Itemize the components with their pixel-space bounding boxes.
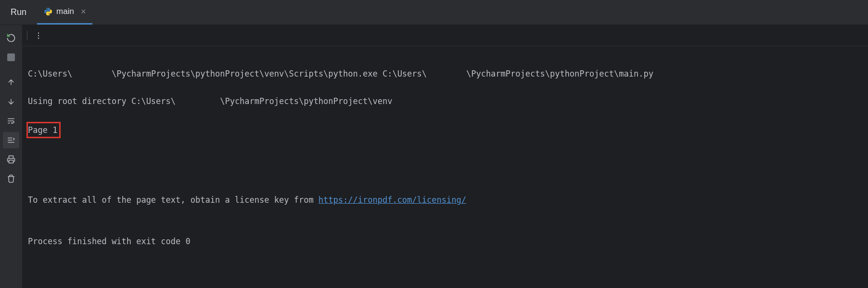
run-side-toolbar bbox=[0, 25, 22, 288]
scroll-to-end-button[interactable] bbox=[3, 132, 19, 148]
console-line: Process finished with exit code 0 bbox=[28, 235, 862, 249]
console-line: Using root directory C:\Users\ \PycharmP… bbox=[28, 94, 862, 108]
license-link[interactable]: https://ironpdf.com/licensing/ bbox=[319, 195, 466, 205]
highlighted-output: Page 1 bbox=[26, 122, 61, 139]
svg-point-1 bbox=[38, 32, 39, 33]
run-tab-main[interactable]: main × bbox=[37, 0, 92, 25]
console-line: Page 1 bbox=[28, 122, 862, 139]
python-icon bbox=[44, 7, 52, 16]
close-icon[interactable]: × bbox=[81, 7, 86, 17]
stop-button[interactable] bbox=[3, 49, 19, 65]
console-top-toolbar bbox=[22, 25, 868, 46]
run-tab-label: main bbox=[56, 7, 74, 16]
svg-point-2 bbox=[38, 35, 39, 36]
soft-wrap-button[interactable] bbox=[3, 113, 19, 129]
console-wrapper: C:\Users\ \PycharmProjects\pythonProject… bbox=[22, 25, 868, 288]
scroll-down-button[interactable] bbox=[3, 93, 19, 110]
print-button[interactable] bbox=[3, 151, 19, 168]
scroll-up-button[interactable] bbox=[3, 74, 19, 91]
more-icon[interactable] bbox=[34, 31, 43, 40]
run-panel-title: Run bbox=[0, 7, 37, 17]
toolbar-divider bbox=[27, 31, 27, 40]
svg-point-3 bbox=[38, 38, 39, 39]
run-panel-body: C:\Users\ \PycharmProjects\pythonProject… bbox=[0, 25, 868, 288]
rerun-button[interactable] bbox=[3, 30, 19, 46]
console-line: To extract all of the page text, obtain … bbox=[28, 193, 862, 207]
svg-rect-0 bbox=[9, 160, 13, 163]
run-panel-header: Run main × bbox=[0, 0, 868, 25]
clear-button[interactable] bbox=[3, 170, 19, 187]
console-output[interactable]: C:\Users\ \PycharmProjects\pythonProject… bbox=[22, 46, 868, 288]
console-line: C:\Users\ \PycharmProjects\pythonProject… bbox=[28, 67, 862, 81]
